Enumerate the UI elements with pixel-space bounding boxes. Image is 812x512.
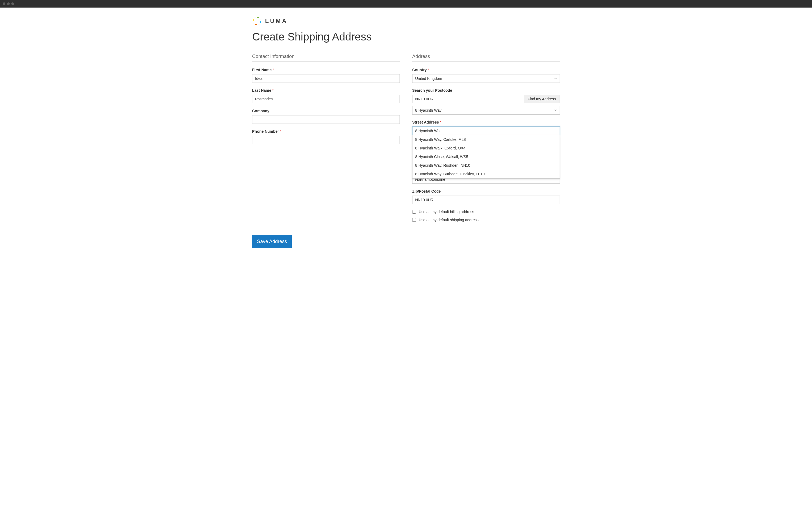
first-name-input[interactable] [252, 74, 400, 83]
label-zip: Zip/Postal Code [412, 189, 560, 193]
label-default-shipping[interactable]: Use as my default shipping address [419, 218, 478, 222]
found-address-select[interactable]: 8 Hyacinth Way [412, 106, 560, 115]
chevron-down-icon [554, 78, 557, 79]
zip-input[interactable] [412, 195, 560, 204]
label-first-name: First Name* [252, 68, 400, 72]
window-dot-min[interactable] [7, 2, 10, 5]
label-company: Company [252, 109, 400, 113]
label-last-name: Last Name* [252, 88, 400, 93]
label-search-postcode: Search your Postcode [412, 88, 560, 93]
last-name-input[interactable] [252, 95, 400, 103]
found-address-selected-value: 8 Hyacinth Way [415, 108, 442, 113]
save-address-button[interactable]: Save Address [252, 235, 292, 248]
label-default-billing[interactable]: Use as my default billing address [419, 210, 474, 214]
postcode-search-input[interactable] [412, 95, 524, 103]
country-select[interactable]: United Kingdom [412, 74, 560, 83]
street-address-input[interactable] [412, 126, 560, 135]
country-selected-value: United Kingdom [415, 76, 442, 81]
label-street-address: Street Address* [412, 120, 560, 124]
default-billing-checkbox[interactable] [412, 210, 416, 214]
brand-name: LUMA [265, 18, 288, 25]
autocomplete-item[interactable]: 8 Hyacinth Way, Carluke, ML8 [412, 135, 560, 144]
default-shipping-checkbox[interactable] [412, 218, 416, 222]
autocomplete-item[interactable]: 8 Hyacinth Way, Burbage, Hinckley, LE10 [412, 170, 560, 178]
label-phone: Phone Number* [252, 129, 400, 133]
svg-point-0 [255, 19, 259, 24]
section-title-contact: Contact Information [252, 54, 400, 62]
autocomplete-dropdown: 8 Hyacinth Way, Carluke, ML8 8 Hyacinth … [412, 135, 560, 179]
brand-logo: LUMA [252, 16, 560, 26]
page-title: Create Shipping Address [252, 31, 560, 43]
autocomplete-item[interactable]: 8 Hyacinth Close, Walsall, WS5 [412, 152, 560, 161]
window-titlebar [0, 0, 812, 7]
company-input[interactable] [252, 115, 400, 124]
autocomplete-item[interactable]: 8 Hyacinth Walk, Oxford, OX4 [412, 144, 560, 152]
label-country: Country* [412, 68, 560, 72]
chevron-down-icon [554, 110, 557, 111]
luma-logo-icon [252, 16, 262, 26]
section-title-address: Address [412, 54, 560, 62]
find-address-button[interactable]: Find my Address [524, 95, 560, 103]
window-dot-max[interactable] [11, 2, 14, 5]
phone-input[interactable] [252, 136, 400, 144]
window-dot-close[interactable] [3, 2, 5, 5]
autocomplete-item[interactable]: 8 Hyacinth Way, Rushden, NN10 [412, 161, 560, 170]
